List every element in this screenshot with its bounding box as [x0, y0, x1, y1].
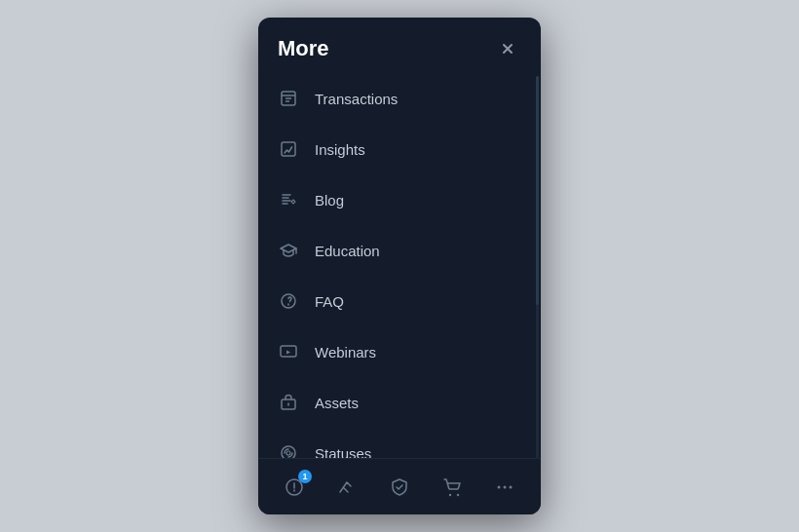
statuses-icon [278, 442, 299, 458]
menu-item-assets[interactable]: Assets [266, 378, 533, 427]
transactions-label: Transactions [315, 91, 398, 107]
webinars-icon [278, 341, 299, 362]
svg-point-17 [504, 485, 507, 488]
nav-cart[interactable] [431, 466, 474, 509]
education-icon [278, 240, 299, 261]
menu-item-blog[interactable]: Blog [266, 175, 533, 224]
svg-point-10 [282, 446, 295, 458]
menu-list: Transactions Insights Blog [258, 74, 541, 458]
svg-point-18 [510, 485, 513, 488]
nav-alert[interactable]: 1 [273, 466, 316, 509]
insights-icon [278, 138, 299, 160]
transactions-icon [278, 88, 299, 109]
nav-shield[interactable] [378, 466, 421, 509]
menu-item-statuses[interactable]: Statuses [266, 429, 533, 458]
blog-label: Blog [315, 192, 344, 209]
svg-point-11 [286, 451, 290, 455]
education-label: Education [315, 243, 380, 259]
svg-point-6 [282, 294, 295, 308]
svg-point-15 [457, 493, 459, 495]
modal-header: More [258, 18, 541, 74]
nav-transfer[interactable] [325, 466, 368, 509]
assets-label: Assets [315, 395, 359, 411]
scroll-thumb [536, 76, 539, 305]
blog-icon [278, 189, 299, 210]
svg-point-16 [498, 485, 501, 488]
svg-rect-4 [282, 142, 295, 156]
assets-icon [278, 392, 299, 413]
webinars-label: Webinars [315, 344, 376, 361]
statuses-label: Statuses [315, 445, 371, 459]
menu-item-education[interactable]: Education [266, 226, 533, 275]
nav-more[interactable] [483, 466, 526, 509]
modal-panel: More Transactions [258, 18, 541, 514]
menu-item-insights[interactable]: Insights [266, 125, 533, 173]
faq-icon [278, 290, 299, 312]
insights-label: Insights [315, 141, 365, 158]
menu-item-transactions[interactable]: Transactions [266, 74, 533, 123]
bottom-navigation: 1 [258, 458, 541, 514]
menu-item-webinars[interactable]: Webinars [266, 327, 533, 376]
menu-item-faq[interactable]: FAQ [266, 277, 533, 325]
modal-title: More [278, 36, 329, 61]
alert-badge: 1 [298, 470, 312, 483]
faq-label: FAQ [315, 293, 344, 310]
scroll-indicator [536, 76, 539, 458]
svg-point-14 [449, 493, 451, 495]
close-button[interactable] [494, 35, 521, 62]
